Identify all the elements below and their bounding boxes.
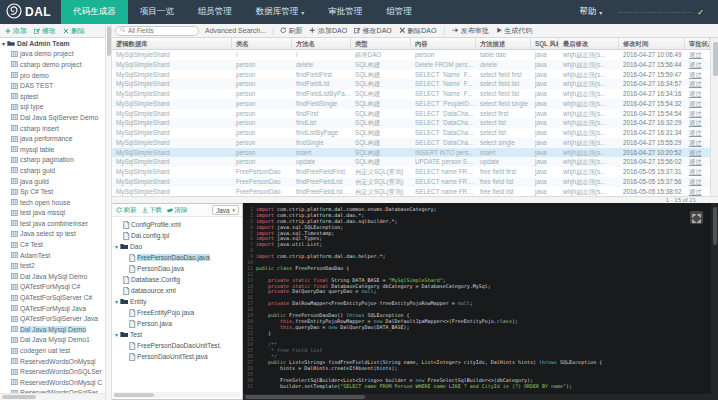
project-tree-item[interactable]: Dal Java Mysql Demo	[0, 324, 105, 335]
approval-status-link[interactable]: 通过	[689, 149, 702, 156]
table-row[interactable]: MySqlSimpleShardpersonfindFieldListByPag…	[112, 89, 710, 99]
dao-send-button[interactable]: 发布审批	[452, 26, 489, 36]
nav-item-1[interactable]: 项目一览	[128, 0, 186, 24]
approval-status-link[interactable]: 通过	[689, 61, 702, 68]
scrollbar-thumb[interactable]	[107, 26, 111, 56]
column-header-4[interactable]: 内容	[411, 38, 476, 49]
approval-status-link[interactable]: 通过	[689, 90, 702, 97]
file-tree-file[interactable]: FreeEntityPojo.java	[112, 307, 242, 318]
column-header-2[interactable]: 方法名	[292, 38, 351, 49]
app-logo[interactable]: DAL	[0, 0, 61, 24]
approval-status-link[interactable]: 通过	[689, 80, 702, 87]
file-tree-file[interactable]: Dal.config.tpl	[112, 230, 242, 241]
project-tree-item[interactable]: QATestForSqlServer Java	[0, 313, 105, 324]
project-tree-item[interactable]: csharp guid	[0, 165, 105, 176]
file-tree-file[interactable]: PersonDao.java	[112, 263, 242, 274]
project-tree-item[interactable]: java guild	[0, 176, 105, 187]
project-tree-item[interactable]: Dal Java MySql Demo	[0, 271, 105, 282]
project-tree-item[interactable]: Dal Java SqlServer Demo	[0, 112, 105, 123]
project-tree-item[interactable]: QATestForMysql C#	[0, 282, 105, 293]
project-tree-item[interactable]: mysql table	[0, 144, 105, 155]
approval-status-link[interactable]: 通过	[689, 158, 702, 165]
project-tree-item[interactable]: Java select sp test	[0, 229, 105, 240]
nav-item-3[interactable]: 数据库管理▾	[244, 0, 317, 24]
code-hscrollbar[interactable]	[243, 394, 711, 400]
dao-close-button[interactable]: 删除DAO	[399, 26, 437, 36]
project-tree-item[interactable]: test java mssql	[0, 208, 105, 219]
nav-item-0[interactable]: 代码生成器	[61, 0, 128, 24]
table-row[interactable]: MySqlSimpleShardpersonfindFirstSQL构建SELE…	[112, 109, 710, 119]
project-tree-item[interactable]: C# Test	[0, 239, 105, 250]
table-row[interactable]: MySqlSimpleShardpersonupdateSQL构建UPDATE …	[112, 157, 710, 167]
project-tree-item[interactable]: csharp insert	[0, 123, 105, 134]
approval-status-link[interactable]: 通过	[689, 110, 702, 117]
project-tree-item[interactable]: Dal Java Mysql Demo1	[0, 335, 105, 346]
table-row[interactable]: MySqlSimpleShardpersonfindListByPageSQL构…	[112, 128, 710, 138]
approval-status-link[interactable]: 通过	[689, 71, 702, 78]
dao-refresh-button[interactable]: 刷新	[280, 26, 303, 36]
file-tree-file[interactable]: PersonDaoUnitTest.java	[112, 351, 242, 362]
dao-play-button[interactable]: 生成代码	[496, 26, 533, 36]
approval-status-link[interactable]: 通过	[689, 51, 702, 58]
dao-edit-button[interactable]: 修改DAO	[354, 26, 392, 36]
table-row[interactable]: MySqlSimpleShardFreePersonDaofindFreeFie…	[112, 167, 710, 177]
column-header-1[interactable]: 类名	[232, 38, 292, 49]
project-tree-item[interactable]: ReservedWordsOnMysql C	[0, 377, 105, 388]
table-row[interactable]: MySqlSimpleShardpersondeleteSQL构建Delete …	[112, 60, 710, 70]
column-header-5[interactable]: 方法描述	[476, 38, 531, 49]
project-tree-item[interactable]: DAS TEST	[0, 80, 105, 91]
approval-status-link[interactable]: 通过	[689, 178, 702, 185]
code-vscrollbar[interactable]	[711, 203, 718, 400]
table-row[interactable]: MySqlSimpleShardpersonfindSingleSQL构建SEL…	[112, 138, 710, 148]
nav-item-2[interactable]: 组员管理	[186, 0, 244, 24]
project-tree-item[interactable]: java performance	[0, 133, 105, 144]
project-tree-hscrollbar[interactable]	[0, 393, 105, 400]
project-tree-item[interactable]: AdamTest	[0, 250, 105, 261]
table-row[interactable]: MySqlSimpleShardpersonfindFieldFirstSQL构…	[112, 70, 710, 80]
project-tree-item[interactable]: QATestForMysql Java	[0, 303, 105, 314]
table-row[interactable]: MySqlSimpleShardpersonfindListSQL构建SELEC…	[112, 118, 710, 128]
table-row[interactable]: MySqlSimpleShardpersonfindFieldListSQL构建…	[112, 79, 710, 89]
project-tree-item[interactable]: sql type	[0, 102, 105, 113]
project-tree-item[interactable]: codegen uat test	[0, 345, 105, 356]
project-tree-item[interactable]: csharp pagination	[0, 155, 105, 166]
project-tree-scrollbar[interactable]	[105, 24, 112, 400]
tree-plus-button[interactable]: 添加	[5, 26, 27, 36]
user-menu[interactable]: ························· ✓	[618, 8, 704, 17]
help-menu[interactable]: 帮助 ▾	[579, 6, 602, 18]
table-scrollbar[interactable]	[710, 38, 718, 196]
table-row[interactable]: MySqlSimpleShardpersoninsertSQL构建INSERT …	[112, 148, 710, 158]
project-tree-item[interactable]: Sp C# Test	[0, 186, 105, 197]
files-eraser-button[interactable]: 清除	[167, 206, 188, 215]
project-tree-item[interactable]: sptest	[0, 91, 105, 102]
search-input[interactable]	[128, 27, 194, 34]
file-tree-hscrollbar[interactable]	[113, 392, 240, 398]
column-header-7[interactable]: 最后修改	[559, 38, 619, 49]
project-tree-item[interactable]: test2	[0, 260, 105, 271]
file-tree-file[interactable]: Database.Config	[112, 274, 242, 285]
approval-status-link[interactable]: 通过	[689, 119, 702, 126]
tree-close-button[interactable]: 删除	[63, 26, 85, 36]
fullscreen-button[interactable]	[690, 211, 703, 224]
files-download-button[interactable]: 下载	[142, 206, 163, 215]
approval-status-link[interactable]: 通过	[689, 188, 702, 195]
scrollbar-thumb[interactable]	[2, 395, 36, 399]
column-header-3[interactable]: 类型	[351, 38, 411, 49]
project-tree-item[interactable]: test java combineInser	[0, 218, 105, 229]
project-tree-root[interactable]: ▾Dal Admin Team	[0, 38, 105, 49]
file-tree-folder[interactable]: ▾Test	[112, 329, 242, 340]
file-tree-folder[interactable]: ▾Entity	[112, 296, 242, 307]
file-tree-file[interactable]: Person.java	[112, 318, 242, 329]
project-tree-item[interactable]: ReservedWordsOnMysql	[0, 356, 105, 367]
approval-status-link[interactable]: 通过	[689, 100, 702, 107]
project-tree-item[interactable]: pro demo	[0, 70, 105, 81]
language-select[interactable]: Java ▾	[212, 205, 239, 215]
advanced-search-link[interactable]: Advanced Search...	[205, 27, 266, 34]
file-tree-folder[interactable]: ▾Dao	[112, 241, 242, 252]
nav-item-5[interactable]: 组管理	[374, 0, 424, 24]
project-tree-item[interactable]: QATestForSqlServer C#	[0, 292, 105, 303]
column-header-0[interactable]: 逻辑数据库	[112, 38, 232, 49]
column-header-8[interactable]: 修改时间	[619, 38, 685, 49]
column-header-9[interactable]: 审批状态	[685, 38, 710, 49]
file-tree-file[interactable]: FreePersonDaoDaoUnitTest.	[112, 340, 242, 351]
